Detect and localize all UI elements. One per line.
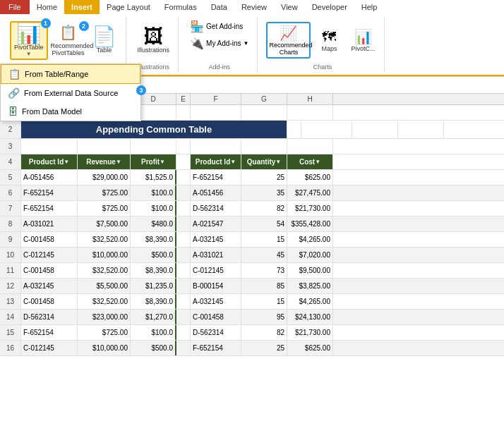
cell-e10[interactable] xyxy=(176,248,191,262)
cell-g6[interactable]: 35 xyxy=(241,185,287,200)
cell-c9[interactable]: $32,520.00 xyxy=(78,232,131,247)
cell-f10[interactable]: A-031021 xyxy=(191,248,241,262)
tab-file[interactable]: File xyxy=(0,0,30,14)
cell-d11[interactable]: $8,390.0 xyxy=(131,263,176,278)
cell-g9[interactable]: 15 xyxy=(241,232,287,247)
cell-h1[interactable] xyxy=(287,105,333,120)
cell-d6[interactable]: $100.0 xyxy=(131,185,176,200)
tab-review[interactable]: Review xyxy=(234,0,274,14)
cell-e2[interactable] xyxy=(287,121,301,138)
cell-g14[interactable]: 95 xyxy=(241,310,287,324)
cell-h8[interactable]: $355,428.00 xyxy=(287,217,333,231)
tab-view[interactable]: View xyxy=(274,0,305,14)
cell-e5[interactable] xyxy=(176,170,191,185)
cell-g5[interactable]: 25 xyxy=(241,170,287,185)
cell-h7[interactable]: $21,730.00 xyxy=(287,201,333,216)
cell-d9[interactable]: $8,390.0 xyxy=(131,232,176,247)
cell-f14[interactable]: C-001458 xyxy=(191,310,241,324)
cell-h13[interactable]: $4,265.00 xyxy=(287,294,333,309)
cell-c12[interactable]: $5,500.00 xyxy=(78,279,131,293)
cell-c11[interactable]: $32,520.00 xyxy=(78,263,131,278)
cell-b3[interactable] xyxy=(21,139,78,154)
cell-c3[interactable] xyxy=(78,139,131,154)
cell-b16[interactable]: C-012145 xyxy=(21,341,78,355)
cell-b5[interactable]: A-051456 xyxy=(21,170,78,185)
cell-f6[interactable]: A-051456 xyxy=(191,185,241,200)
from-data-model-item[interactable]: 🗄 From Data Model xyxy=(1,102,140,121)
cell-g3[interactable] xyxy=(241,139,287,154)
tab-formulas[interactable]: Formulas xyxy=(157,0,204,14)
cell-h3[interactable] xyxy=(287,139,333,154)
recommended-pivot-button[interactable]: 2 📋 Recommended PivotTables xyxy=(51,24,86,56)
cell-d12[interactable]: $1,235.0 xyxy=(131,279,176,293)
tab-home[interactable]: Home xyxy=(30,0,64,14)
cell-e4[interactable] xyxy=(176,154,191,169)
cell-c14[interactable]: $23,000.00 xyxy=(78,310,131,324)
cell-f2[interactable] xyxy=(301,121,352,138)
tab-data[interactable]: Data xyxy=(204,0,234,14)
cell-f8[interactable]: A-021547 xyxy=(191,217,241,231)
cell-g12[interactable]: 85 xyxy=(241,279,287,293)
table-button[interactable]: 📄 Table xyxy=(89,25,120,55)
cell-g10[interactable]: 45 xyxy=(241,248,287,262)
pivot-table-button[interactable]: 1 📊 PivotTable ▼ xyxy=(10,21,48,60)
cell-f12[interactable]: B-000154 xyxy=(191,279,241,293)
tab-help[interactable]: Help xyxy=(354,0,385,14)
cell-e9[interactable] xyxy=(176,232,191,247)
cell-e15[interactable] xyxy=(176,325,191,340)
cell-c10[interactable]: $10,000.00 xyxy=(78,248,131,262)
from-table-range-item[interactable]: 📋 From Table/Range xyxy=(1,64,140,84)
cell-b6[interactable]: F-652154 xyxy=(21,185,78,200)
tab-developer[interactable]: Developer xyxy=(305,0,354,14)
cell-e8[interactable] xyxy=(176,217,191,231)
cell-h16[interactable]: $625.00 xyxy=(287,341,333,355)
cell-e7[interactable] xyxy=(176,201,191,216)
cell-d16[interactable]: $500.0 xyxy=(131,341,176,355)
cell-e12[interactable] xyxy=(176,279,191,293)
cell-e16[interactable] xyxy=(176,341,191,355)
cell-h2[interactable] xyxy=(398,121,444,138)
cell-h5[interactable]: $625.00 xyxy=(287,170,333,185)
cell-b14[interactable]: D-562314 xyxy=(21,310,78,324)
maps-button[interactable]: 🗺 Maps xyxy=(313,28,344,54)
cell-c7[interactable]: $725.00 xyxy=(78,201,131,216)
cell-e3[interactable] xyxy=(176,139,191,154)
cell-e1[interactable] xyxy=(176,105,191,120)
cell-b12[interactable]: A-032145 xyxy=(21,279,78,293)
cell-b13[interactable]: C-001458 xyxy=(21,294,78,309)
cell-f16[interactable]: F-652154 xyxy=(191,341,241,355)
cell-f7[interactable]: D-562314 xyxy=(191,201,241,216)
my-addins-button[interactable]: 🔌 My Add-ins ▼ xyxy=(187,35,251,51)
cell-b10[interactable]: C-012145 xyxy=(21,248,78,262)
pivotc-button[interactable]: 📊 PivotC... xyxy=(347,27,378,54)
cell-b15[interactable]: F-652154 xyxy=(21,325,78,340)
cell-h11[interactable]: $9,500.00 xyxy=(287,263,333,278)
get-addins-button[interactable]: 🏪 Get Add-ins xyxy=(187,18,246,35)
illustrations-button[interactable]: 🖼 Illustrations xyxy=(135,25,173,55)
cell-d15[interactable]: $100.0 xyxy=(131,325,176,340)
cell-e6[interactable] xyxy=(176,185,191,200)
cell-g8[interactable]: 54 xyxy=(241,217,287,231)
cell-g1[interactable] xyxy=(241,105,287,120)
cell-b9[interactable]: C-001458 xyxy=(21,232,78,247)
cell-g13[interactable]: 15 xyxy=(241,294,287,309)
cell-d3[interactable] xyxy=(131,139,176,154)
cell-h12[interactable]: $3,825.00 xyxy=(287,279,333,293)
cell-g7[interactable]: 82 xyxy=(241,201,287,216)
cell-c6[interactable]: $725.00 xyxy=(78,185,131,200)
cell-f5[interactable]: F-652154 xyxy=(191,170,241,185)
cell-g2[interactable] xyxy=(352,121,398,138)
tab-page-layout[interactable]: Page Layout xyxy=(100,0,157,14)
cell-b7[interactable]: F-652154 xyxy=(21,201,78,216)
cell-f3[interactable] xyxy=(191,139,241,154)
cell-h9[interactable]: $4,265.00 xyxy=(287,232,333,247)
cell-f11[interactable]: C-012145 xyxy=(191,263,241,278)
cell-e13[interactable] xyxy=(176,294,191,309)
cell-d5[interactable]: $1,525.0 xyxy=(131,170,176,185)
cell-c16[interactable]: $10,000.00 xyxy=(78,341,131,355)
cell-d7[interactable]: $100.0 xyxy=(131,201,176,216)
cell-d13[interactable]: $8,390.0 xyxy=(131,294,176,309)
tab-insert[interactable]: Insert xyxy=(64,0,100,14)
cell-c5[interactable]: $29,000.00 xyxy=(78,170,131,185)
cell-h10[interactable]: $7,020.00 xyxy=(287,248,333,262)
